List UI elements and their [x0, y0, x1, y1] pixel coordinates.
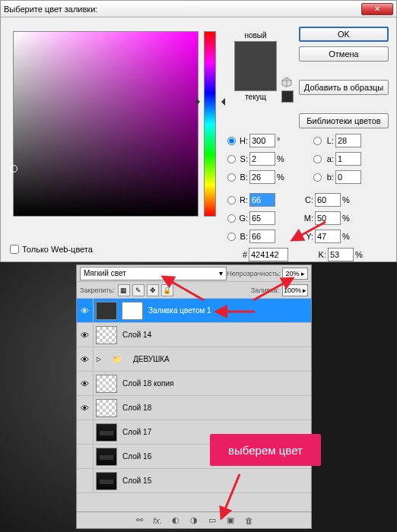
lock-row: Закрепить: ▦ ✎ ✥ 🔒 Заливка: 100%▸	[77, 282, 311, 299]
r-input[interactable]	[249, 193, 275, 207]
l-radio[interactable]	[313, 137, 322, 145]
visibility-icon[interactable]: 👁	[77, 323, 94, 347]
layer-18[interactable]: 👁 Слой 18	[77, 396, 311, 420]
hue-indicator	[199, 98, 222, 106]
b-input[interactable]	[335, 170, 361, 184]
s-radio[interactable]	[227, 155, 236, 163]
layer-thumb[interactable]	[96, 423, 117, 442]
layer-thumb[interactable]	[96, 375, 117, 393]
layer-18-copy[interactable]: 👁 Слой 18 копия	[77, 372, 311, 396]
layer-thumb[interactable]	[96, 448, 117, 466]
l-input[interactable]	[335, 134, 361, 147]
color-libraries-button[interactable]: Библиотеки цветов	[299, 113, 389, 128]
new-layer-icon[interactable]: ▣	[225, 515, 236, 526]
visibility-icon[interactable]: 👁	[77, 347, 94, 371]
fill-label: Заливка:	[251, 287, 279, 294]
add-swatch-button[interactable]: Добавить в образцы	[299, 80, 389, 95]
color-preview: новый текущ	[234, 31, 277, 101]
ok-button[interactable]: OK	[299, 27, 389, 42]
g-radio[interactable]	[227, 214, 236, 223]
web-only-input[interactable]	[10, 245, 19, 254]
g-input[interactable]	[249, 211, 275, 225]
visibility-icon[interactable]	[77, 420, 94, 444]
layer-thumb[interactable]	[96, 399, 117, 417]
preview-swatch[interactable]	[234, 41, 277, 91]
a-input[interactable]	[335, 152, 361, 166]
b2-radio[interactable]	[227, 233, 236, 241]
lock-label: Закрепить:	[80, 287, 115, 294]
dialog-title: Выберите цвет заливки:	[4, 5, 361, 14]
visibility-icon[interactable]: 👁	[77, 372, 94, 395]
fill-field[interactable]: 100%▸	[282, 284, 308, 296]
a-radio[interactable]	[313, 155, 322, 163]
lock-position-icon[interactable]: ✥	[147, 284, 159, 296]
gamut-warning-icon[interactable]	[281, 77, 292, 87]
layer-list: 👁 Заливка цветом 1 👁 Слой 14 👁 ▷ 📁 ДЕВУШ…	[77, 299, 311, 511]
color-inputs: H:° L: S:% a: B:% b: R: C:% G:	[227, 131, 387, 264]
y-input[interactable]	[315, 230, 341, 243]
layer-thumb[interactable]	[96, 326, 117, 344]
web-only-checkbox[interactable]: Только Web-цвета	[10, 245, 93, 254]
layer-15[interactable]: Слой 15	[77, 469, 311, 493]
dialog-buttons: OK Отмена Добавить в образцы Библиотеки …	[299, 27, 389, 133]
c-input[interactable]	[315, 193, 341, 207]
b-radio[interactable]	[313, 173, 322, 182]
layer-thumb[interactable]	[96, 302, 117, 320]
opacity-label: Непрозрачность:	[227, 270, 281, 277]
group-icon[interactable]: ▭	[207, 515, 218, 526]
blend-row: Мягкий свет ▾ Непрозрачность: 20%▸	[77, 265, 311, 282]
layers-panel: Мягкий свет ▾ Непрозрачность: 20%▸ Закре…	[76, 264, 312, 529]
callout-label: выберем цвет	[210, 434, 321, 466]
r-radio[interactable]	[227, 196, 236, 204]
lock-transparency-icon[interactable]: ▦	[118, 284, 130, 296]
k-input[interactable]	[328, 248, 354, 261]
close-button[interactable]: ✕	[361, 3, 393, 15]
mask-icon[interactable]: ◐	[170, 515, 181, 526]
current-label: текущ	[234, 93, 277, 101]
cancel-button[interactable]: Отмена	[299, 46, 389, 62]
b2-input[interactable]	[249, 230, 275, 243]
delete-layer-icon[interactable]: 🗑	[243, 515, 254, 526]
m-input[interactable]	[315, 211, 341, 225]
visibility-icon[interactable]	[77, 445, 94, 468]
s-input[interactable]	[249, 152, 275, 166]
bv-radio[interactable]	[227, 173, 236, 182]
visibility-icon[interactable]: 👁	[77, 299, 94, 322]
saturation-brightness-field[interactable]	[13, 31, 198, 217]
new-label: новый	[234, 31, 277, 40]
lock-all-icon[interactable]: 🔒	[161, 284, 173, 296]
layers-footer: ⚯ fx. ◐ ◑ ▭ ▣ 🗑	[77, 511, 311, 528]
adjustment-layer-icon[interactable]: ◑	[189, 515, 199, 526]
folder-icon: 📁	[106, 350, 128, 369]
blend-mode-select[interactable]: Мягкий свет ▾	[80, 267, 227, 280]
fx-icon[interactable]: fx.	[152, 515, 163, 526]
hex-input[interactable]	[249, 248, 288, 261]
link-layers-icon[interactable]: ⚯	[134, 515, 145, 526]
h-input[interactable]	[249, 134, 275, 147]
layer-14[interactable]: 👁 Слой 14	[77, 323, 311, 347]
layer-fill-color-1[interactable]: 👁 Заливка цветом 1	[77, 299, 311, 323]
layer-mask-thumb[interactable]	[122, 302, 143, 320]
bv-input[interactable]	[249, 170, 275, 184]
picker-indicator	[10, 165, 17, 173]
chevron-down-icon: ▾	[219, 269, 223, 277]
opacity-field[interactable]: 20%▸	[282, 268, 308, 280]
visibility-icon[interactable]: 👁	[77, 396, 94, 420]
titlebar: Выберите цвет заливки: ✕	[1, 1, 396, 17]
lock-pixels-icon[interactable]: ✎	[132, 284, 145, 296]
layer-thumb[interactable]	[96, 472, 117, 490]
dialog-body: новый текущ OK Отмена Добавить в образцы…	[1, 17, 396, 261]
gamut-swatch[interactable]	[281, 90, 294, 103]
expand-icon[interactable]: ▷	[97, 356, 101, 363]
hue-slider[interactable]	[204, 31, 216, 217]
h-radio[interactable]	[227, 137, 236, 145]
layer-group-devushka[interactable]: 👁 ▷ 📁 ДЕВУШКА	[77, 347, 311, 372]
color-picker-dialog: Выберите цвет заливки: ✕ новый текущ OK …	[0, 0, 397, 262]
visibility-icon[interactable]	[77, 469, 94, 492]
